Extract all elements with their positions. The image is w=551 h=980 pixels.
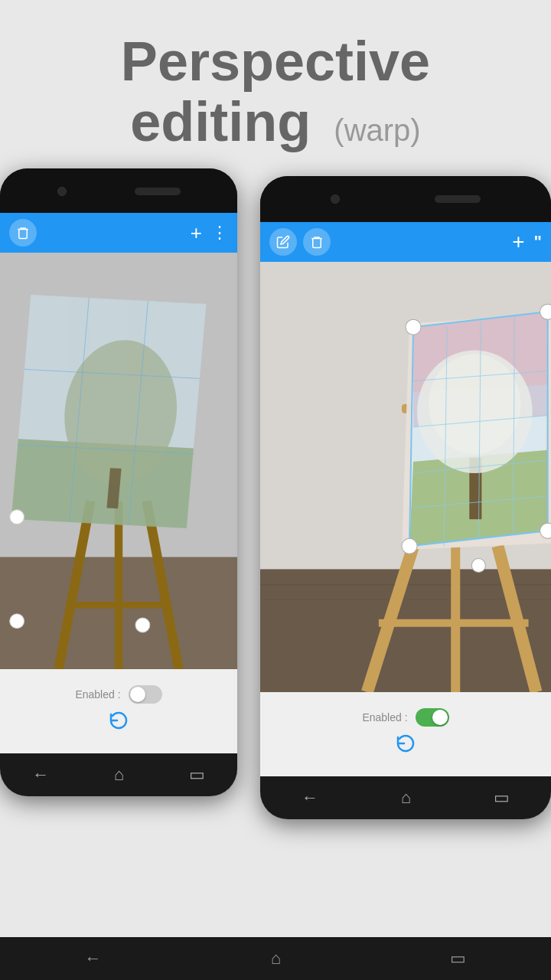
left-nav-bar: ← ⌂ ▭ bbox=[0, 753, 237, 796]
global-home-button[interactable]: ⌂ bbox=[271, 949, 281, 969]
title-line1: Perspective bbox=[121, 31, 430, 92]
title-line2: editing bbox=[130, 91, 311, 152]
left-toggle[interactable] bbox=[129, 685, 162, 704]
title-warp: (warp) bbox=[334, 113, 420, 147]
left-enabled-label: Enabled : bbox=[75, 688, 120, 701]
left-more-button[interactable]: ⋮ bbox=[211, 223, 228, 243]
right-toolbar-right: + " bbox=[512, 230, 542, 254]
header-section: Perspective editing (warp) bbox=[0, 0, 551, 168]
right-recent-button[interactable]: ▭ bbox=[494, 788, 510, 808]
right-plus-button[interactable]: + bbox=[512, 230, 524, 254]
global-recent-button[interactable]: ▭ bbox=[450, 949, 466, 969]
left-recent-button[interactable]: ▭ bbox=[189, 765, 205, 785]
right-edit-button[interactable] bbox=[269, 228, 297, 256]
svg-point-16 bbox=[10, 614, 24, 629]
left-canvas bbox=[0, 253, 237, 669]
right-reset-button[interactable] bbox=[393, 731, 418, 761]
right-enabled-row: Enabled : bbox=[362, 708, 448, 727]
phone-right: + " bbox=[260, 176, 551, 819]
camera-left bbox=[57, 187, 67, 196]
speaker-right bbox=[435, 195, 481, 203]
right-quote-button[interactable]: " bbox=[534, 232, 542, 252]
svg-point-48 bbox=[471, 558, 485, 572]
left-enabled-row: Enabled : bbox=[75, 685, 161, 704]
left-toolbar: + ⋮ bbox=[0, 213, 237, 253]
phone-left-screen: + ⋮ bbox=[0, 213, 237, 796]
camera-right bbox=[331, 194, 340, 204]
right-enabled-label: Enabled : bbox=[362, 711, 407, 724]
right-home-button[interactable]: ⌂ bbox=[401, 788, 411, 808]
right-bottom-controls: Enabled : bbox=[260, 692, 551, 776]
phones-area: + ⋮ bbox=[0, 168, 551, 827]
right-back-button[interactable]: ← bbox=[302, 788, 318, 808]
page-title: Perspective editing (warp) bbox=[121, 31, 430, 152]
svg-point-44 bbox=[406, 319, 421, 335]
left-plus-button[interactable]: + bbox=[191, 221, 202, 245]
left-toolbar-right: + ⋮ bbox=[191, 221, 228, 245]
speaker-left bbox=[135, 188, 181, 195]
phone-right-hardware bbox=[260, 176, 551, 222]
svg-point-17 bbox=[135, 618, 150, 632]
svg-point-15 bbox=[10, 510, 24, 524]
phone-left: + ⋮ bbox=[0, 168, 237, 796]
right-image bbox=[260, 262, 551, 692]
right-toggle[interactable] bbox=[416, 708, 449, 727]
left-trash-button[interactable] bbox=[9, 219, 37, 247]
left-image bbox=[0, 253, 237, 669]
left-reset-button[interactable] bbox=[106, 708, 131, 738]
right-toolbar: + " bbox=[260, 222, 551, 262]
right-canvas bbox=[260, 262, 551, 692]
global-nav-bar: ← ⌂ ▭ bbox=[0, 937, 551, 980]
left-home-button[interactable]: ⌂ bbox=[114, 765, 124, 785]
svg-point-35 bbox=[429, 354, 520, 453]
phone-left-hardware bbox=[0, 168, 237, 214]
phone-right-screen: + " bbox=[260, 222, 551, 819]
global-back-button[interactable]: ← bbox=[85, 949, 102, 969]
left-bottom-controls: Enabled : bbox=[0, 669, 237, 753]
right-trash-button[interactable] bbox=[303, 228, 331, 256]
left-back-button[interactable]: ← bbox=[32, 765, 49, 785]
right-nav-bar: ← ⌂ ▭ bbox=[260, 776, 551, 819]
svg-point-47 bbox=[402, 538, 417, 554]
